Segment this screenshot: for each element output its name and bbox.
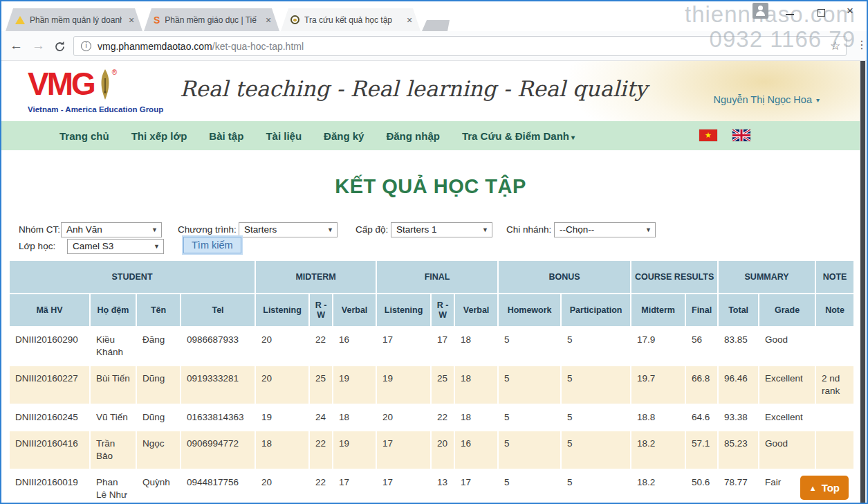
close-tab-icon[interactable]: × [263,15,274,26]
cell-ho-dem: Bùi Tiến [90,366,136,404]
nav-item-dang-nhap[interactable]: Đăng nhập [386,130,440,142]
nav-item-bai-tap[interactable]: Bài tập [209,130,243,142]
cell-midterm-verbal: 19 [333,366,376,404]
cell-midterm-verbal: 19 [333,431,376,469]
col-header-fin-rw: R - W [431,294,454,327]
slogan: Real teaching - Real learning - Real qua… [180,76,647,101]
cell-final-rw: 25 [431,366,454,404]
cell-midterm-rw: 22 [309,469,333,504]
back-icon[interactable]: ← [10,37,23,55]
col-header-ho-dem: Họ đệm [90,294,136,327]
close-tab-icon[interactable]: × [404,15,415,26]
cell-final-listening: 17 [376,431,431,469]
nav-item-tai-lieu[interactable]: Tài liệu [266,130,302,142]
cell-homework: 5 [498,431,561,469]
browser-tab-active[interactable]: Tra cứu kết quả học tập × [281,8,421,31]
cell-ho-dem: Trần Bảo [90,431,136,469]
bookmark-star-icon[interactable]: ☆ [830,39,840,53]
vietnam-flag-icon[interactable]: ★ [699,129,717,141]
col-header-ma-hv: Mã HV [9,294,90,327]
forward-icon[interactable]: → [32,37,45,55]
nav-item-thi-xep-lop[interactable]: Thi xếp lớp [131,130,187,142]
new-tab-button[interactable] [422,20,450,31]
pen-icon [98,69,112,103]
scroll-to-top-button[interactable]: ▲ Top [800,476,849,500]
select-caret-icon: ▼ [154,243,160,250]
tab-title: Tra cứu kết quả học tập [304,15,400,25]
cell-final-listening: 19 [376,366,431,404]
cell-tel: 0906994772 [181,431,255,469]
scrollbar-thumb[interactable] [860,61,865,503]
cell-final-verbal: 17 [454,469,498,504]
close-window-icon[interactable]: × [847,5,853,17]
user-menu[interactable]: Nguyễn Thị Ngọc Hoa ▾ [700,94,820,105]
cell-midterm-listening: 20 [255,366,309,404]
select-caret-icon: ▼ [327,226,333,233]
cell-homework: 5 [498,366,561,404]
cell-midterm-rw: 22 [309,431,333,469]
cell-final-rw: 17 [431,327,454,366]
cell-result-midterm: 19.7 [631,366,685,404]
registered-mark: ® [112,69,117,76]
url-bar[interactable]: i vmg.phanmemdaotao.com/ket-qua-hoc-tap.… [73,36,847,56]
col-header-mid-rw: R - W [309,294,333,327]
cell-note: 2 nd rank [815,366,854,404]
filter-row-2: Lớp học: Camel S3▼ Tìm kiếm [1,239,860,255]
cell-final-verbal: 18 [454,366,498,404]
col-header-fin-verbal: Verbal [454,294,498,327]
group-header-final: FINAL [376,260,498,294]
nav-item-trang-chu[interactable]: Trang chủ [59,130,109,142]
nav-item-dang-ky[interactable]: Đăng ký [324,130,364,142]
cell-ma-hv: DNIII20160019 [9,469,90,504]
cap-do-label: Cấp độ: [355,222,388,237]
cell-result-midterm: 18.2 [631,431,685,469]
reload-icon[interactable] [54,39,66,57]
cell-midterm-verbal: 16 [333,327,376,366]
cell-result-final: 50.6 [685,469,718,504]
cell-midterm-listening: 20 [255,469,309,504]
maximize-icon[interactable] [818,9,825,17]
chuong-trinh-select[interactable]: Starters▼ [239,222,338,237]
browser-menu-icon[interactable]: ⋮ [856,38,867,51]
cell-grade: Good [759,431,815,469]
nhom-ct-label: Nhóm CT: [19,222,60,237]
cell-note [815,404,854,431]
cell-participation: 5 [561,366,631,404]
uk-flag-icon[interactable] [732,129,750,141]
page-info-icon[interactable]: i [81,41,91,51]
cell-total: 78.77 [718,469,759,504]
browser-toolbar: ← → i vmg.phanmemdaotao.com/ket-qua-hoc-… [1,31,867,61]
search-button[interactable]: Tìm kiếm [183,237,241,253]
vmg-favicon-icon [290,15,299,24]
chevron-down-icon: ▾ [816,96,820,104]
arrow-up-icon: ▲ [809,484,817,492]
chi-nhanh-select[interactable]: --Chọn--▼ [554,222,656,237]
cell-participation: 5 [561,404,631,431]
cell-note [815,327,854,366]
lop-hoc-select[interactable]: Camel S3▼ [67,239,164,254]
table-row: DNIII20160416 Trần Bảo Ngọc 0906994772 1… [9,431,854,469]
col-header-res-midterm: Midterm [631,294,685,327]
minimize-icon[interactable] [786,14,794,15]
cap-do-select[interactable]: Starters 1▼ [391,222,492,237]
cell-midterm-rw: 24 [309,404,333,431]
nav-item-tra-cuu-diem-danh[interactable]: Tra Cứu & Điểm Danh▾ [462,130,575,142]
nhom-ct-select[interactable]: Anh Văn▼ [61,222,162,237]
browser-tab-1[interactable]: Phần mềm quản lý doanh × [6,8,142,31]
cell-midterm-rw: 22 [309,327,333,366]
cell-final-listening: 17 [376,469,431,504]
chevron-down-icon: ▾ [571,134,575,141]
cell-final-rw: 13 [431,469,454,504]
vmg-logo[interactable]: VMG ® Vietnam - America Education Group [28,68,163,114]
page-scrollbar[interactable] [860,61,866,503]
group-header-bonus: BONUS [498,260,631,294]
close-tab-icon[interactable]: × [126,15,137,26]
cell-participation: 5 [561,431,631,469]
cell-midterm-listening: 18 [255,431,309,469]
cell-final-verbal: 18 [454,404,498,431]
group-header-student: STUDENT [9,260,255,294]
browser-tab-2[interactable]: S Phần mềm giáo dục | Tiế × [144,8,279,31]
profile-avatar-icon[interactable] [752,3,768,19]
cell-final-listening: 17 [376,327,431,366]
col-header-ten: Tên [136,294,181,327]
